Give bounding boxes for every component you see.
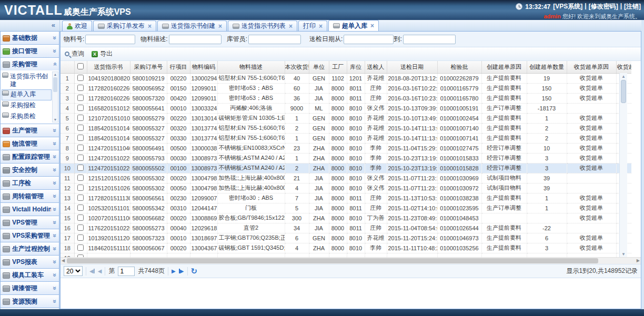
- sidebar-group-安全控制[interactable]: 安全控制»: [1, 164, 59, 176]
- column-header-本次收货数[interactable]: 本次收货数: [285, 61, 309, 73]
- column-header-物料编码[interactable]: 物料编码: [190, 61, 217, 73]
- horizontal-scrollbar[interactable]: ◀ ▶: [61, 257, 641, 264]
- row-checkbox[interactable]: [77, 215, 84, 221]
- row-checkbox[interactable]: [77, 195, 84, 201]
- filter-input-物料描述[interactable]: [169, 35, 222, 44]
- tab-送货指示书列表[interactable]: 送货指示书列表×: [228, 21, 297, 31]
- table-row[interactable]: 181184620151111058000560670002013004367碳…: [61, 243, 631, 253]
- page-size-select[interactable]: 20: [64, 266, 83, 276]
- horizontal-scroll-thumb[interactable]: [67, 258, 598, 263]
- sidebar-item-超单入库[interactable]: 超单入库: [2, 89, 52, 100]
- column-header-工厂[interactable]: 工厂: [329, 61, 347, 73]
- scroll-right-icon[interactable]: ▶: [637, 258, 640, 263]
- tab-欢迎[interactable]: 欢迎: [62, 21, 92, 31]
- table-row[interactable]: 101124720151022058000555020010013008973不…: [61, 163, 631, 173]
- sidebar-group-接口管理[interactable]: 接口管理»: [1, 45, 59, 57]
- row-checkbox[interactable]: [77, 165, 84, 171]
- table-row[interactable]: 31172820160226058000573200042012099011密封…: [61, 93, 631, 103]
- sidebar-group-模具工装车[interactable]: 模具工装车»: [1, 269, 59, 281]
- row-checkbox[interactable]: [77, 205, 84, 211]
- page-number-input[interactable]: [118, 267, 135, 276]
- column-header-送检人[interactable]: 送检人: [365, 61, 387, 73]
- table-row[interactable]: 141025320151101158000553420031012044147门…: [61, 203, 631, 213]
- refresh-icon[interactable]: ↻: [191, 268, 198, 275]
- table-row[interactable]: 21172820160226058000569520015012099011密封…: [61, 83, 631, 93]
- tab-close-icon[interactable]: ×: [289, 23, 293, 30]
- column-header-创建超单数量[interactable]: 创建超单数量: [527, 61, 567, 73]
- row-checkbox[interactable]: [77, 95, 84, 101]
- column-header-收货超单原因[interactable]: 收货超单原因: [567, 61, 616, 73]
- sidebar-group-工序检[interactable]: 工序检»: [1, 177, 59, 189]
- table-row[interactable]: 111215120151026058000553020002013004798加…: [61, 173, 631, 183]
- table-row[interactable]: 151020720151110058000566820002013008869胶…: [61, 213, 631, 223]
- last-page-button[interactable]: ▶: [179, 268, 184, 274]
- sidebar-group-基础数据[interactable]: 基础数据»: [1, 32, 59, 44]
- next-page-button[interactable]: ▶: [172, 268, 176, 274]
- scroll-up-icon[interactable]: ▲: [620, 74, 627, 79]
- column-header-单位[interactable]: 单位: [309, 61, 329, 73]
- tab-打印[interactable]: 打印×: [298, 21, 327, 31]
- sidebar-item-采购报检[interactable]: 采购报检: [2, 100, 52, 111]
- sidebar-group-VPS采购管理[interactable]: VPS采购管理»: [1, 229, 59, 242]
- column-header-采购订单号[interactable]: 采购订单号: [130, 61, 167, 73]
- table-row[interactable]: 121215120151026058000553020005013004798加…: [61, 183, 631, 193]
- table-row[interactable]: 91124720151022058000557930003013008973不锈…: [61, 153, 631, 163]
- row-checkbox[interactable]: [77, 105, 84, 111]
- tab-送货指示书创建[interactable]: 送货指示书创建×: [157, 21, 227, 31]
- submenu-scroll-up-icon[interactable]: ▲: [53, 73, 58, 76]
- row-checkbox[interactable]: [77, 85, 84, 91]
- table-row[interactable]: 71185420151014058000553270033013013774铝型…: [61, 133, 631, 143]
- tab-采购订单发布[interactable]: 采购订单发布×: [93, 21, 156, 31]
- sidebar-group-Victall Holding[interactable]: Victall Holding»: [1, 203, 59, 216]
- sidebar-group-生产过程控制[interactable]: 生产过程控制»: [1, 242, 59, 255]
- table-row[interactable]: 51210720151010058000552790022013013014碳钢…: [61, 113, 631, 123]
- row-checkbox[interactable]: [77, 75, 84, 81]
- row-checkbox[interactable]: [77, 155, 84, 161]
- table-row[interactable]: 11041920180820058001092190022013000294铝型…: [61, 73, 631, 83]
- header-link[interactable]: [修改密码]: [589, 2, 618, 11]
- table-row[interactable]: 61185420151014058000553270032013013774铝型…: [61, 123, 631, 133]
- sidebar-group-调漆管理[interactable]: 调漆管理»: [1, 282, 59, 294]
- row-checkbox[interactable]: [77, 235, 84, 241]
- header-link[interactable]: [VPS系统]: [553, 2, 582, 11]
- sidebar-group-周转箱管理[interactable]: 周转箱管理»: [1, 190, 59, 202]
- sidebar-group-物流管理[interactable]: 物流管理»: [1, 137, 59, 150]
- row-checkbox[interactable]: [77, 115, 84, 121]
- table-row[interactable]: 171013920151120058000573230001013018697工…: [61, 233, 631, 243]
- row-checkbox[interactable]: [77, 244, 84, 251]
- sidebar-group-生产管理[interactable]: 生产管理»: [1, 124, 59, 137]
- row-checkbox[interactable]: [77, 175, 84, 181]
- vertical-scrollbar[interactable]: ▲ ▼: [619, 73, 627, 258]
- tab-超单入库[interactable]: 超单入库×: [328, 20, 379, 31]
- scroll-left-icon[interactable]: ◀: [62, 258, 65, 263]
- filter-input-库管员[interactable]: [248, 35, 301, 44]
- vertical-scroll-thumb[interactable]: [621, 80, 626, 103]
- column-header-库位[interactable]: 库位: [347, 61, 365, 73]
- tab-close-icon[interactable]: ×: [148, 23, 152, 30]
- tab-close-icon[interactable]: ×: [218, 23, 222, 30]
- table-row[interactable]: 81124720151104058000564910050013000038不锈…: [61, 143, 631, 153]
- column-header-行项目[interactable]: 行项目: [167, 61, 190, 73]
- table-row[interactable]: 41165820151012058000556410001013003324丙烯…: [61, 103, 631, 113]
- submenu-scrollbar[interactable]: ▲▼: [52, 72, 58, 123]
- sidebar-item-采购质检[interactable]: 采购质检: [2, 111, 52, 123]
- row-checkbox[interactable]: [77, 145, 84, 151]
- filter-input-到[interactable]: [403, 35, 456, 44]
- table-row[interactable]: 131172820151113058000565610023012099007密…: [61, 193, 631, 203]
- sidebar-group-采购管理[interactable]: 采购管理»: [1, 58, 59, 70]
- row-checkbox[interactable]: [77, 135, 84, 141]
- sidebar-group-VPS管理[interactable]: VPS管理»: [1, 216, 59, 229]
- row-checkbox[interactable]: [77, 125, 84, 131]
- header-link[interactable]: [注销]: [624, 2, 641, 11]
- filter-input-送检日期从[interactable]: [344, 35, 394, 44]
- export-button[interactable]: X 导出: [92, 49, 113, 58]
- sidebar-group-VPS报表[interactable]: VPS报表»: [1, 256, 59, 268]
- tab-close-icon[interactable]: ×: [370, 22, 374, 29]
- column-header-创建超单原因[interactable]: 创建超单原因: [481, 61, 527, 73]
- scroll-down-icon[interactable]: ▼: [620, 252, 627, 257]
- column-header-检验批[interactable]: 检验批: [437, 61, 481, 73]
- submenu-scroll-down-icon[interactable]: ▼: [53, 118, 58, 121]
- column-header-物料描述[interactable]: 物料描述: [217, 61, 285, 73]
- column-header-收货超单数量[interactable]: 收货超单数量: [616, 61, 631, 73]
- sidebar-group-配置跟踪管理[interactable]: 配置跟踪管理»: [1, 150, 59, 163]
